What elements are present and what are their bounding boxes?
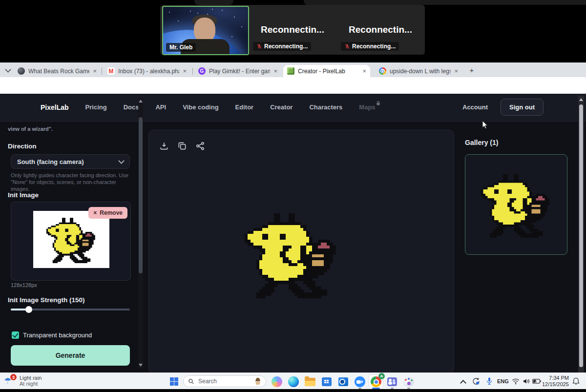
direction-label: Direction (8, 143, 37, 150)
init-image-label: Init Image (8, 191, 39, 199)
close-icon: × (93, 209, 97, 216)
video-tile-reconnecting-1[interactable]: Reconnectin... Reconnecting... (249, 6, 336, 53)
init-image-sprite (46, 216, 97, 263)
scroll-down-icon[interactable] (139, 364, 143, 367)
meeting-panel: Mr. Gleb Reconnectin... Reconnecting... … (160, 5, 425, 55)
taskbar-search[interactable]: Search (183, 375, 266, 387)
share-icon[interactable] (195, 141, 205, 151)
tray-chevron-up-icon[interactable] (461, 379, 465, 384)
transparent-background-checkbox[interactable] (12, 331, 19, 339)
nav-creator[interactable]: Creator (270, 103, 293, 111)
nav-vibe-coding[interactable]: Vibe coding (183, 103, 218, 111)
prompt-truncated-text: view of a wizard". (8, 126, 53, 132)
chevron-down-icon (118, 158, 125, 164)
sign-out-button[interactable]: Sign out (501, 99, 544, 116)
notification-bell-icon[interactable] (572, 377, 580, 385)
page-scroll-thumb[interactable] (579, 104, 583, 367)
nav-account[interactable]: Account (462, 103, 488, 111)
direction-help-text: Only lightly guides character facing dir… (11, 172, 132, 192)
microphone-icon[interactable] (485, 377, 493, 386)
reconnecting-title: Reconnectin... (337, 24, 424, 35)
speaker-icon[interactable] (523, 378, 530, 385)
time-text: 7:34 PM (539, 375, 569, 381)
tab-close-icon[interactable]: × (273, 67, 277, 75)
tab-creator-pixellab[interactable]: Creator - PixelLab × (283, 65, 370, 77)
init-image-size: 128x128px (11, 282, 37, 288)
tab-close-icon[interactable]: × (93, 67, 97, 75)
tab-gimkit[interactable]: G Play Gimkit! - Enter game code × (194, 65, 281, 77)
language-indicator[interactable]: ENG (497, 378, 509, 384)
gallery-item[interactable] (465, 154, 567, 255)
sidebar-scroll-thumb[interactable] (139, 117, 143, 273)
google-favicon: G (379, 67, 386, 75)
direction-select[interactable]: South (facing camera) (11, 154, 130, 169)
transparent-background-label: Transparent background (23, 331, 92, 339)
site-navbar: PixelLab Pricing Docs API Vibe coding Ed… (0, 94, 586, 122)
nav-docs[interactable]: Docs (124, 103, 139, 111)
paint-icon[interactable] (402, 375, 415, 388)
tab-google-search[interactable]: G upside-down L with legs and ar × (375, 65, 462, 77)
nav-characters[interactable]: Characters (309, 103, 342, 111)
tab-close-icon[interactable]: × (362, 67, 366, 75)
tab-what-beats-rock[interactable]: What Beats Rock Game × (14, 65, 101, 77)
gmail-favicon: M (107, 67, 115, 75)
update-sync-icon[interactable] (472, 377, 481, 386)
search-highlight-cupcake-icon (254, 377, 261, 385)
outlook-icon[interactable] (337, 375, 350, 388)
teams-icon[interactable] (386, 375, 398, 388)
clock[interactable]: 7:34 PM 12/15/2025 (539, 375, 569, 388)
scroll-up-icon[interactable] (579, 98, 583, 101)
page-scrollbar[interactable] (578, 96, 584, 372)
video-tile-reconnecting-2[interactable]: Reconnectin... Reconnecting... (337, 6, 424, 53)
brand-pixellab[interactable]: PixelLab (41, 103, 69, 111)
chrome-icon-active[interactable]: A (369, 374, 383, 389)
pixellab-page: PixelLab Pricing Docs API Vibe coding Ed… (0, 94, 586, 372)
rock-favicon (18, 67, 25, 75)
weather-badge: 3 (10, 374, 17, 380)
taskbar: ☂ 3 Light rain At night Search (0, 372, 586, 390)
start-button[interactable] (170, 377, 178, 386)
zoom-icon[interactable] (354, 375, 366, 388)
gimkit-favicon: G (198, 67, 206, 75)
weather-widget[interactable]: Light rain At night (20, 375, 42, 387)
strength-label: Init Image Strength (150) (8, 296, 85, 304)
sidebar-scrollbar[interactable] (138, 98, 143, 369)
remove-init-image-button[interactable]: × Remove (88, 207, 127, 219)
generate-button[interactable]: Generate (11, 345, 130, 366)
nav-maps[interactable]: Maps (359, 103, 375, 111)
mouse-cursor (481, 120, 489, 130)
wifi-icon[interactable] (512, 378, 520, 385)
microsoft-store-icon[interactable] (320, 375, 333, 388)
date-text: 12/15/2025 (539, 381, 569, 388)
download-icon[interactable] (159, 141, 169, 151)
strength-slider[interactable] (11, 309, 130, 310)
generated-pixel-art[interactable] (245, 210, 338, 298)
nav-api[interactable]: API (155, 103, 166, 111)
gallery-title: Gallery (1) (465, 139, 498, 146)
address-bar: ← → pixellab.ai/create ☆ A ⋮ (0, 77, 586, 94)
file-explorer-icon[interactable] (304, 375, 316, 388)
scroll-up-icon[interactable] (139, 100, 143, 103)
mic-off-icon (256, 43, 262, 49)
nav-pricing[interactable]: Pricing (85, 103, 107, 111)
chrome-profile-badge: A (378, 373, 385, 379)
search-icon (188, 378, 194, 385)
reconnecting-title: Reconnectin... (249, 24, 336, 35)
tab-close-icon[interactable]: × (183, 67, 187, 75)
tab-close-icon[interactable]: × (454, 67, 458, 75)
video-tile-self[interactable]: Mr. Gleb (162, 6, 249, 55)
reconnecting-status: Reconnecting... (341, 42, 399, 51)
tab-search-button[interactable] (4, 66, 12, 74)
tab-strip: What Beats Rock Game × M Inbox (73) - al… (0, 62, 586, 77)
generation-canvas (148, 130, 454, 372)
copy-icon[interactable] (177, 141, 187, 151)
slider-thumb[interactable] (25, 306, 32, 313)
mic-off-icon (344, 43, 350, 49)
tab-gmail-inbox[interactable]: M Inbox (73) - alexkha.phannguye × (104, 65, 190, 77)
zoom-toolbar-edge (304, 0, 586, 5)
edge-icon[interactable] (287, 375, 300, 388)
new-tab-button[interactable]: + (468, 66, 476, 74)
nav-editor[interactable]: Editor (235, 103, 254, 111)
copilot-icon[interactable] (271, 375, 283, 388)
gallery-pixel-art (481, 172, 551, 238)
